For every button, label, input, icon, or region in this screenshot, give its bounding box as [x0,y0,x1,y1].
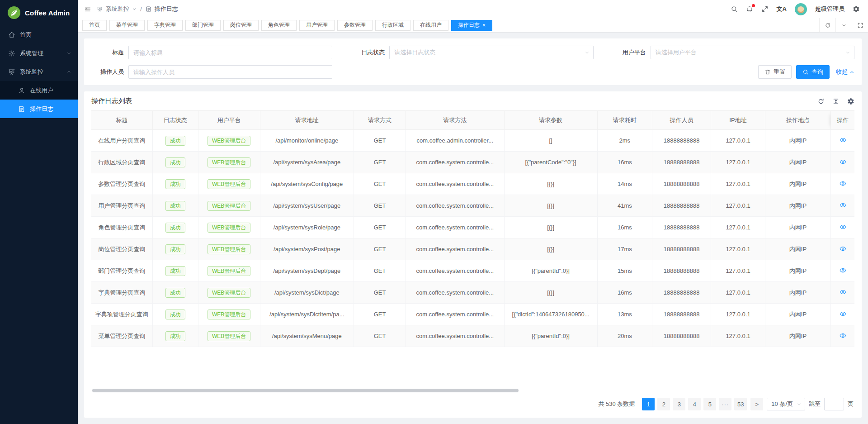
cell-url: /api/system/sysRole/page [260,217,354,238]
view-detail-button[interactable] [831,282,854,304]
cell-method: GET [354,260,406,282]
page-button-53[interactable]: 53 [734,398,747,410]
breadcrumb: 系统监控 / 操作日志 [97,5,178,13]
username[interactable]: 超级管理员 [815,5,844,13]
reset-button[interactable]: 重置 [758,65,792,79]
column-header: 操作人员 [652,111,711,130]
cell-operator: 18888888888 [652,195,711,217]
settings-gear-icon[interactable] [853,5,860,13]
view-detail-button[interactable] [831,195,854,217]
title-field-label: 标题 [91,48,128,57]
page-button-2[interactable]: 2 [657,398,670,410]
pagination-total: 共 530 条数据 [598,400,635,408]
view-detail-button[interactable] [831,325,854,347]
sidebar-collapse-icon[interactable] [84,5,91,13]
sidebar-item-system-management[interactable]: 系统管理 [0,44,78,62]
page-content: 标题 日志状态 请选择日志状态 用户平台 请选择用户平台 [78,32,868,424]
page-button-5[interactable]: 5 [703,398,716,410]
cell-platform: WEB管理后台 [198,282,260,304]
eye-icon [840,158,846,165]
page-button-1[interactable]: 1 [642,398,655,410]
tab-label: 首页 [89,21,100,29]
tab-在线用户[interactable]: 在线用户 [413,20,448,31]
tab-首页[interactable]: 首页 [82,20,107,31]
tab-菜单管理[interactable]: 菜单管理 [109,20,145,31]
next-page-button[interactable]: > [750,398,763,410]
refresh-icon[interactable] [819,18,835,32]
breadcrumb-section[interactable]: 系统监控 [97,5,137,13]
platform-badge: WEB管理后台 [208,288,250,298]
eye-icon [840,180,846,187]
tab-用户管理[interactable]: 用户管理 [299,20,335,31]
cell-duration: 2ms [597,130,652,152]
operator-input[interactable] [128,65,332,79]
column-header: 请求耗时 [597,111,652,130]
cell-url: /api/system/sysMenu/page [260,325,354,347]
cell-method: GET [354,217,406,238]
sidebar-item-label: 系统管理 [20,49,43,57]
page-button-4[interactable]: 4 [688,398,701,410]
tab-menu-chevron-icon[interactable] [835,18,852,32]
density-icon[interactable] [832,98,840,105]
scrollbar-thumb[interactable] [92,389,519,392]
view-detail-button[interactable] [831,304,854,325]
log-icon [146,6,152,12]
page-button-3[interactable]: 3 [673,398,685,410]
title-input[interactable] [128,46,332,59]
cell-title: 用户管理分页查询 [91,195,152,217]
cell-duration: 20ms [597,325,652,347]
sidebar-item-home[interactable]: 首页 [0,25,78,44]
eye-icon [840,224,846,230]
chevron-down-icon [797,402,802,407]
view-detail-button[interactable] [831,152,854,173]
collapse-filter-link[interactable]: 收起 [836,68,854,76]
table-row: 参数管理分页查询成功WEB管理后台/api/system/sysConfig/p… [91,173,854,195]
notification-bell-icon[interactable] [746,5,753,13]
sidebar-item-system-monitor[interactable]: 系统监控 [0,62,78,81]
fullscreen-icon[interactable] [761,5,769,13]
view-detail-button[interactable] [831,173,854,195]
search-button[interactable]: 查询 [796,65,830,79]
view-detail-button[interactable] [831,130,854,152]
cell-params: [{"parentId":0}] [504,260,597,282]
sidebar-menu: 首页系统管理系统监控在线用户操作日志 [0,25,78,118]
user-avatar[interactable] [795,3,807,15]
tab-字典管理[interactable]: 字典管理 [147,20,183,31]
tab-行政区域[interactable]: 行政区域 [375,20,410,31]
pagination-ellipsis[interactable]: ··· [719,398,731,410]
cell-handler: com.coffee.system.controlle... [406,238,504,260]
sidebar-item-online-users[interactable]: 在线用户 [0,81,78,100]
log-status-select[interactable]: 请选择日志状态 [389,46,593,59]
app-logo[interactable]: Coffee Admin [0,0,78,25]
maximize-icon[interactable] [852,18,868,32]
view-detail-button[interactable] [831,260,854,282]
platform-select[interactable]: 请选择用户平台 [651,46,854,59]
tab-部门管理[interactable]: 部门管理 [185,20,221,31]
page-size-select[interactable]: 10 条/页 [767,398,805,410]
platform-badge: WEB管理后台 [208,244,250,254]
platform-field-label: 用户平台 [613,48,651,57]
view-detail-button[interactable] [831,217,854,238]
column-settings-gear-icon[interactable] [847,98,854,105]
cell-ip: 127.0.0.1 [711,304,765,325]
tab-岗位管理[interactable]: 岗位管理 [223,20,259,31]
tab-操作日志[interactable]: 操作日志× [451,20,492,31]
language-icon[interactable]: 文A [777,5,787,13]
sidebar-item-operation-log[interactable]: 操作日志 [0,100,78,118]
close-icon[interactable]: × [482,23,486,28]
chevron-up-icon [66,69,71,74]
jump-page-input[interactable] [824,398,844,410]
view-detail-button[interactable] [831,238,854,260]
cell-location: 内网IP [765,238,830,260]
cell-ip: 127.0.0.1 [711,238,765,260]
panel-title: 操作日志列表 [91,97,132,105]
sidebar: Coffee Admin 首页系统管理系统监控在线用户操作日志 [0,0,78,424]
pagination-pages: 12345···53 [642,398,747,410]
monitor-icon [97,6,103,12]
platform-badge: WEB管理后台 [208,157,250,167]
tab-参数管理[interactable]: 参数管理 [337,20,373,31]
refresh-icon[interactable] [817,98,825,105]
tab-角色管理[interactable]: 角色管理 [261,20,297,31]
cell-platform: WEB管理后台 [198,260,260,282]
search-icon[interactable] [731,5,738,13]
